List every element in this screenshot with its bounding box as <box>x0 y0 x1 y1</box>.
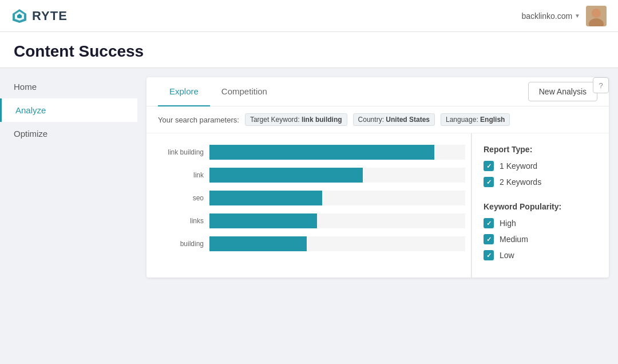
keyword-popularity-option[interactable]: High <box>484 218 597 228</box>
avatar[interactable] <box>586 6 607 26</box>
bar-fill <box>209 191 322 205</box>
domain-selector[interactable]: backlinko.com ▼ <box>521 11 580 21</box>
right-panel: Report Type: 1 Keyword2 Keywords Keyword… <box>472 133 609 278</box>
sidebar-item-analyze[interactable]: Analyze <box>0 98 137 122</box>
target-keyword-badge: Target Keyword: link building <box>245 113 347 126</box>
panel-card: Explore Competition New Analysis Your se… <box>146 77 609 278</box>
help-button[interactable]: ? <box>593 77 609 93</box>
top-nav: RYTE backlinko.com ▼ <box>0 0 618 32</box>
domain-text: backlinko.com <box>521 11 572 21</box>
checkbox-label: High <box>500 219 516 228</box>
checkbox-icon[interactable] <box>484 218 494 228</box>
bar-track <box>209 236 465 251</box>
bar-track <box>209 213 465 228</box>
bar-label: links <box>158 217 204 225</box>
language-badge: Language: English <box>441 113 510 126</box>
svg-point-4 <box>592 9 601 18</box>
sidebar-item-home[interactable]: Home <box>0 75 137 98</box>
bar-label: link <box>158 171 204 179</box>
search-params-bar: Your search parameters: Target Keyword: … <box>146 106 609 133</box>
checkbox-label: Medium <box>500 235 528 244</box>
report-type-checkboxes: 1 Keyword2 Keywords <box>484 161 597 187</box>
page-header: Content Success <box>0 32 618 68</box>
chevron-down-icon: ▼ <box>575 13 580 19</box>
sidebar-item-optimize[interactable]: Optimize <box>0 122 137 145</box>
report-type-option[interactable]: 2 Keywords <box>484 177 597 187</box>
ryte-logo-icon <box>11 8 27 24</box>
nav-right: backlinko.com ▼ <box>521 6 607 26</box>
tab-competition[interactable]: Competition <box>210 77 279 106</box>
checkbox-label: 2 Keywords <box>500 177 541 187</box>
bar-row: building <box>158 236 465 251</box>
bar-row: links <box>158 213 465 228</box>
tab-explore[interactable]: Explore <box>158 77 210 106</box>
checkbox-label: 1 Keyword <box>500 161 537 171</box>
new-analysis-button[interactable]: New Analysis <box>528 82 597 101</box>
bar-fill <box>209 236 307 251</box>
bar-row: seo <box>158 191 465 205</box>
keyword-popularity-option[interactable]: Low <box>484 250 597 260</box>
bar-chart: link buildinglinkseolinksbuilding <box>158 145 465 251</box>
bar-fill <box>209 213 317 228</box>
chart-section: link buildinglinkseolinksbuilding Report… <box>146 133 609 278</box>
sidebar: Home Analyze Optimize <box>0 68 137 364</box>
keyword-popularity-checkboxes: HighMediumLow <box>484 218 597 260</box>
tabs-row: Explore Competition New Analysis <box>146 77 609 106</box>
checkbox-icon[interactable] <box>484 250 494 260</box>
bar-track <box>209 145 465 160</box>
bar-fill <box>209 145 434 160</box>
checkbox-label: Low <box>500 251 514 260</box>
bar-track <box>209 191 465 205</box>
logo: RYTE <box>11 8 68 24</box>
report-type-title: Report Type: <box>484 145 597 154</box>
chart-area: link buildinglinkseolinksbuilding <box>146 133 471 278</box>
search-params-label: Your search parameters: <box>158 116 239 124</box>
bar-label: building <box>158 240 204 248</box>
bar-fill <box>209 168 363 183</box>
bar-track <box>209 168 465 183</box>
keyword-popularity-option[interactable]: Medium <box>484 234 597 244</box>
logo-text: RYTE <box>32 9 68 23</box>
bar-label: link building <box>158 148 204 156</box>
checkbox-icon[interactable] <box>484 234 494 244</box>
report-type-option[interactable]: 1 Keyword <box>484 161 597 171</box>
page-title: Content Success <box>14 42 604 68</box>
content-panel: Explore Competition New Analysis Your se… <box>137 68 618 364</box>
bar-label: seo <box>158 194 204 202</box>
main-area: Home Analyze Optimize Explore Competitio… <box>0 68 618 364</box>
bar-row: link building <box>158 145 465 160</box>
keyword-popularity-title: Keyword Popularity: <box>484 202 597 211</box>
bar-row: link <box>158 168 465 183</box>
checkbox-icon[interactable] <box>484 177 494 187</box>
country-badge: Country: United States <box>353 113 435 126</box>
checkbox-icon[interactable] <box>484 161 494 171</box>
